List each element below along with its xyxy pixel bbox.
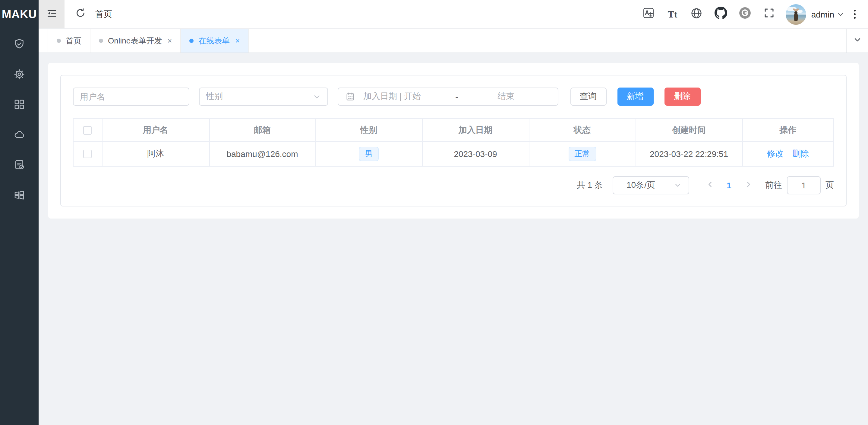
sidebar-item-layout[interactable] [0, 180, 39, 210]
collapse-menu-button[interactable] [39, 0, 64, 28]
tabs-bar: 首页 Online表单开发 × 在线表单 × [39, 29, 868, 53]
chevron-down-icon [837, 10, 844, 18]
github-icon [715, 7, 727, 22]
data-card: 性别 [60, 75, 846, 206]
gender-select[interactable]: 性别 [199, 88, 328, 106]
tabs-dropdown-button[interactable] [846, 29, 868, 53]
brand-logo[interactable]: MAKU [0, 0, 39, 29]
pagination: 共 1 条 10条/页 [73, 176, 834, 194]
sidebar: MAKU [0, 0, 39, 425]
tab-dot [189, 39, 193, 43]
globe-icon [691, 7, 703, 22]
username-input[interactable] [73, 88, 189, 106]
document-check-icon [13, 159, 25, 171]
sidebar-item-cloud[interactable] [0, 119, 39, 150]
chevron-left-icon [706, 180, 714, 190]
refresh-button[interactable] [75, 7, 86, 21]
column-header-email: 邮箱 [210, 119, 316, 142]
cell-email: babamu@126.com [210, 142, 316, 167]
column-header-created-at: 创建时间 [636, 119, 743, 142]
avatar [786, 4, 806, 24]
translate-icon [643, 7, 654, 21]
join-date-range-picker[interactable]: 加入日期 | 开始 - 结束 [337, 88, 558, 106]
delete-link[interactable]: 删除 [792, 148, 809, 159]
column-header-join-date: 加入日期 [423, 119, 529, 142]
user-menu[interactable]: admin [786, 4, 844, 24]
add-button[interactable]: 新增 [617, 88, 653, 106]
breadcrumb: 首页 [95, 9, 112, 20]
search-form: 性别 [73, 88, 834, 106]
goto-page-input[interactable] [787, 176, 821, 194]
calendar-icon [345, 92, 355, 102]
sidebar-item-forms[interactable] [0, 150, 39, 180]
main-area: 首页 Tt [39, 0, 868, 425]
menu-fold-icon [46, 7, 57, 21]
font-size-icon: Tt [668, 9, 678, 19]
goto-page: 前往 页 [765, 176, 834, 194]
query-button[interactable]: 查询 [570, 88, 606, 106]
language-button[interactable] [685, 0, 709, 29]
header: 首页 Tt [39, 0, 868, 29]
row-checkbox[interactable] [83, 150, 92, 158]
tab-home[interactable]: 首页 [48, 29, 90, 53]
chevron-right-icon [744, 180, 752, 190]
view-card: 性别 [48, 63, 859, 219]
tab-label: Online表单开发 [108, 35, 162, 46]
sidebar-item-security[interactable] [0, 29, 39, 59]
page-size-select[interactable]: 10条/页 [613, 176, 689, 194]
next-page-button[interactable] [739, 176, 758, 194]
sidebar-item-settings[interactable] [0, 59, 39, 89]
fullscreen-icon [764, 7, 775, 21]
date-end-placeholder: 结束 [462, 91, 550, 102]
tab-dot [99, 39, 103, 43]
sidebar-item-apps[interactable] [0, 89, 39, 119]
close-icon[interactable]: × [235, 37, 240, 45]
font-size-button[interactable]: Tt [660, 0, 685, 29]
tab-online-form[interactable]: 在线表单 × [181, 29, 249, 53]
delete-button[interactable]: 删除 [664, 88, 701, 106]
date-range-separator: - [452, 92, 462, 102]
tab-label: 在线表单 [198, 35, 230, 46]
gitee-button[interactable] [733, 0, 757, 29]
table-header-row: 用户名 邮箱 性别 加入日期 状态 创建时间 操作 [73, 119, 834, 142]
chevron-down-icon [853, 35, 861, 46]
refresh-icon [75, 7, 86, 21]
cell-join-date: 2023-03-09 [423, 142, 529, 167]
page-number-1[interactable]: 1 [719, 176, 739, 194]
column-header-actions: 操作 [743, 119, 834, 142]
more-options-button[interactable] [847, 0, 862, 29]
tab-dot [57, 39, 61, 43]
table-row: 阿沐 babamu@126.com 男 2023-03-09 正常 2023-0… [73, 142, 834, 167]
column-header-gender: 性别 [316, 119, 423, 142]
tab-label: 首页 [66, 35, 82, 46]
app: MAKU [0, 0, 868, 425]
edit-link[interactable]: 修改 [767, 148, 784, 159]
prev-page-button[interactable] [700, 176, 719, 194]
windows-icon [13, 189, 25, 201]
translate-button[interactable] [637, 0, 660, 29]
gitee-icon [739, 7, 751, 22]
breadcrumb-item[interactable]: 首页 [95, 9, 112, 19]
chevron-down-icon [674, 182, 681, 189]
chevron-down-icon [313, 93, 320, 101]
data-table: 用户名 邮箱 性别 加入日期 状态 创建时间 操作 阿沐 babamu@126.… [73, 118, 834, 167]
grid-icon [13, 98, 25, 111]
tab-online-form-dev[interactable]: Online表单开发 × [90, 29, 181, 53]
avatar-figure [791, 7, 802, 23]
close-icon[interactable]: × [167, 37, 172, 45]
username-label: admin [811, 9, 834, 19]
date-start-placeholder: 加入日期 | 开始 [363, 91, 452, 102]
page-unit-label: 页 [826, 180, 834, 191]
fullscreen-button[interactable] [757, 0, 781, 29]
select-all-checkbox[interactable] [83, 126, 92, 134]
shield-check-icon [13, 38, 25, 50]
status-tag: 正常 [568, 147, 596, 161]
column-header-username: 用户名 [102, 119, 210, 142]
goto-label: 前往 [765, 180, 782, 191]
pagination-total: 共 1 条 [577, 180, 603, 191]
github-button[interactable] [709, 0, 733, 29]
gender-select-placeholder: 性别 [206, 91, 223, 102]
cell-created-at: 2023-03-22 22:29:51 [636, 142, 743, 167]
gender-tag: 男 [359, 147, 379, 161]
column-header-status: 状态 [529, 119, 636, 142]
